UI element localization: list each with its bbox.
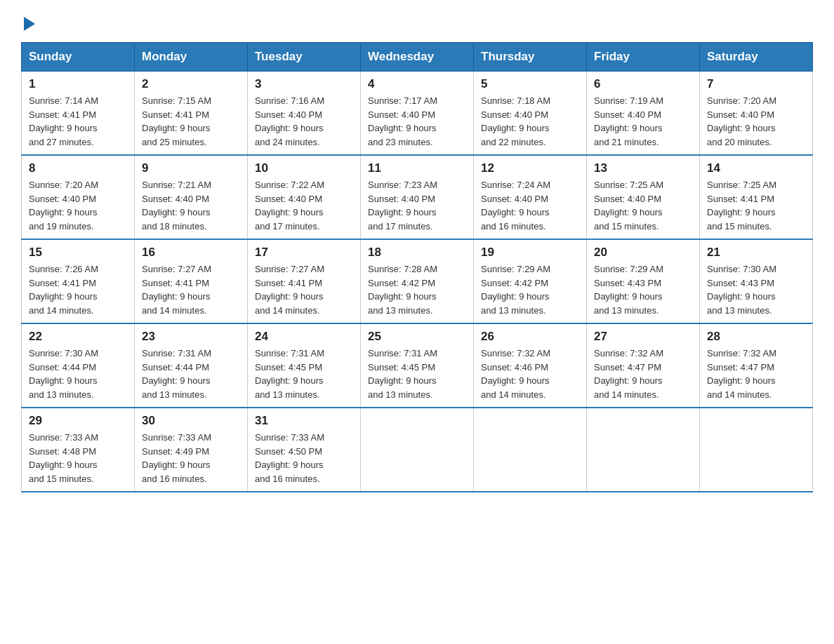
- day-info: Sunrise: 7:32 AM Sunset: 4:47 PM Dayligh…: [707, 347, 805, 401]
- calendar-cell: 25 Sunrise: 7:31 AM Sunset: 4:45 PM Dayl…: [361, 323, 474, 408]
- day-number: 28: [707, 330, 805, 344]
- day-info: Sunrise: 7:26 AM Sunset: 4:41 PM Dayligh…: [29, 262, 127, 317]
- day-number: 21: [707, 246, 805, 260]
- day-info: Sunrise: 7:19 AM Sunset: 4:40 PM Dayligh…: [594, 94, 692, 149]
- calendar-cell: 12 Sunrise: 7:24 AM Sunset: 4:40 PM Dayl…: [474, 155, 587, 239]
- calendar-cell: 15 Sunrise: 7:26 AM Sunset: 4:41 PM Dayl…: [22, 239, 135, 323]
- day-info: Sunrise: 7:25 AM Sunset: 4:41 PM Dayligh…: [707, 178, 805, 233]
- day-info: Sunrise: 7:31 AM Sunset: 4:45 PM Dayligh…: [368, 347, 466, 401]
- calendar-header-tuesday: Tuesday: [248, 43, 361, 72]
- calendar-cell: 22 Sunrise: 7:30 AM Sunset: 4:44 PM Dayl…: [22, 323, 135, 408]
- day-info: Sunrise: 7:31 AM Sunset: 4:45 PM Dayligh…: [255, 347, 353, 401]
- logo: [21, 14, 35, 28]
- calendar-week-row: 22 Sunrise: 7:30 AM Sunset: 4:44 PM Dayl…: [22, 323, 813, 408]
- day-number: 14: [707, 161, 805, 175]
- day-number: 12: [481, 161, 579, 175]
- day-info: Sunrise: 7:25 AM Sunset: 4:40 PM Dayligh…: [594, 178, 692, 233]
- calendar-cell: 18 Sunrise: 7:28 AM Sunset: 4:42 PM Dayl…: [361, 239, 474, 323]
- day-number: 9: [142, 161, 240, 175]
- calendar-cell: [361, 408, 474, 492]
- calendar-cell: 28 Sunrise: 7:32 AM Sunset: 4:47 PM Dayl…: [700, 323, 813, 408]
- day-info: Sunrise: 7:15 AM Sunset: 4:41 PM Dayligh…: [142, 94, 240, 149]
- day-number: 6: [594, 77, 692, 91]
- day-number: 23: [142, 330, 240, 344]
- calendar-cell: 2 Sunrise: 7:15 AM Sunset: 4:41 PM Dayli…: [135, 72, 248, 156]
- day-number: 31: [255, 414, 353, 428]
- calendar-cell: 19 Sunrise: 7:29 AM Sunset: 4:42 PM Dayl…: [474, 239, 587, 323]
- day-number: 16: [142, 246, 240, 260]
- calendar-cell: 10 Sunrise: 7:22 AM Sunset: 4:40 PM Dayl…: [248, 155, 361, 239]
- day-info: Sunrise: 7:28 AM Sunset: 4:42 PM Dayligh…: [368, 262, 466, 317]
- day-number: 24: [255, 330, 353, 344]
- calendar-cell: 8 Sunrise: 7:20 AM Sunset: 4:40 PM Dayli…: [22, 155, 135, 239]
- calendar-header-monday: Monday: [135, 43, 248, 72]
- calendar-cell: [474, 408, 587, 492]
- calendar-cell: 21 Sunrise: 7:30 AM Sunset: 4:43 PM Dayl…: [700, 239, 813, 323]
- calendar-cell: 17 Sunrise: 7:27 AM Sunset: 4:41 PM Dayl…: [248, 239, 361, 323]
- day-info: Sunrise: 7:33 AM Sunset: 4:50 PM Dayligh…: [255, 431, 353, 485]
- calendar-cell: 26 Sunrise: 7:32 AM Sunset: 4:46 PM Dayl…: [474, 323, 587, 408]
- calendar-cell: 23 Sunrise: 7:31 AM Sunset: 4:44 PM Dayl…: [135, 323, 248, 408]
- calendar-cell: 3 Sunrise: 7:16 AM Sunset: 4:40 PM Dayli…: [248, 72, 361, 156]
- calendar-cell: 1 Sunrise: 7:14 AM Sunset: 4:41 PM Dayli…: [22, 72, 135, 156]
- day-number: 29: [29, 414, 127, 428]
- day-number: 27: [594, 330, 692, 344]
- day-number: 3: [255, 77, 353, 91]
- day-number: 30: [142, 414, 240, 428]
- day-number: 5: [481, 77, 579, 91]
- calendar-cell: 30 Sunrise: 7:33 AM Sunset: 4:49 PM Dayl…: [135, 408, 248, 492]
- calendar-cell: 24 Sunrise: 7:31 AM Sunset: 4:45 PM Dayl…: [248, 323, 361, 408]
- day-info: Sunrise: 7:17 AM Sunset: 4:40 PM Dayligh…: [368, 94, 466, 149]
- day-info: Sunrise: 7:16 AM Sunset: 4:40 PM Dayligh…: [255, 94, 353, 149]
- day-info: Sunrise: 7:29 AM Sunset: 4:43 PM Dayligh…: [594, 262, 692, 317]
- page-header: [21, 14, 813, 28]
- day-info: Sunrise: 7:22 AM Sunset: 4:40 PM Dayligh…: [255, 178, 353, 233]
- day-number: 2: [142, 77, 240, 91]
- calendar-header-sunday: Sunday: [22, 43, 135, 72]
- calendar-cell: 7 Sunrise: 7:20 AM Sunset: 4:40 PM Dayli…: [700, 72, 813, 156]
- day-number: 22: [29, 330, 127, 344]
- calendar-header-thursday: Thursday: [474, 43, 587, 72]
- day-info: Sunrise: 7:29 AM Sunset: 4:42 PM Dayligh…: [481, 262, 579, 317]
- day-info: Sunrise: 7:27 AM Sunset: 4:41 PM Dayligh…: [142, 262, 240, 317]
- calendar-week-row: 29 Sunrise: 7:33 AM Sunset: 4:48 PM Dayl…: [22, 408, 813, 492]
- calendar-week-row: 1 Sunrise: 7:14 AM Sunset: 4:41 PM Dayli…: [22, 72, 813, 156]
- calendar-cell: [587, 408, 700, 492]
- day-number: 4: [368, 77, 466, 91]
- day-info: Sunrise: 7:23 AM Sunset: 4:40 PM Dayligh…: [368, 178, 466, 233]
- calendar-cell: 31 Sunrise: 7:33 AM Sunset: 4:50 PM Dayl…: [248, 408, 361, 492]
- day-info: Sunrise: 7:18 AM Sunset: 4:40 PM Dayligh…: [481, 94, 579, 149]
- day-info: Sunrise: 7:30 AM Sunset: 4:44 PM Dayligh…: [29, 347, 127, 401]
- calendar-cell: [700, 408, 813, 492]
- calendar-cell: 27 Sunrise: 7:32 AM Sunset: 4:47 PM Dayl…: [587, 323, 700, 408]
- calendar-cell: 4 Sunrise: 7:17 AM Sunset: 4:40 PM Dayli…: [361, 72, 474, 156]
- calendar-cell: 20 Sunrise: 7:29 AM Sunset: 4:43 PM Dayl…: [587, 239, 700, 323]
- day-info: Sunrise: 7:33 AM Sunset: 4:48 PM Dayligh…: [29, 431, 127, 485]
- day-number: 17: [255, 246, 353, 260]
- calendar-cell: 6 Sunrise: 7:19 AM Sunset: 4:40 PM Dayli…: [587, 72, 700, 156]
- calendar-cell: 9 Sunrise: 7:21 AM Sunset: 4:40 PM Dayli…: [135, 155, 248, 239]
- day-number: 18: [368, 246, 466, 260]
- day-info: Sunrise: 7:31 AM Sunset: 4:44 PM Dayligh…: [142, 347, 240, 401]
- calendar-table: SundayMondayTuesdayWednesdayThursdayFrid…: [21, 42, 813, 492]
- day-info: Sunrise: 7:24 AM Sunset: 4:40 PM Dayligh…: [481, 178, 579, 233]
- day-info: Sunrise: 7:32 AM Sunset: 4:46 PM Dayligh…: [481, 347, 579, 401]
- day-number: 26: [481, 330, 579, 344]
- day-number: 25: [368, 330, 466, 344]
- day-number: 8: [29, 161, 127, 175]
- calendar-week-row: 8 Sunrise: 7:20 AM Sunset: 4:40 PM Dayli…: [22, 155, 813, 239]
- day-info: Sunrise: 7:20 AM Sunset: 4:40 PM Dayligh…: [29, 178, 127, 233]
- calendar-header-friday: Friday: [587, 43, 700, 72]
- logo-arrow-icon: [24, 17, 35, 31]
- day-info: Sunrise: 7:14 AM Sunset: 4:41 PM Dayligh…: [29, 94, 127, 149]
- day-info: Sunrise: 7:30 AM Sunset: 4:43 PM Dayligh…: [707, 262, 805, 317]
- calendar-cell: 5 Sunrise: 7:18 AM Sunset: 4:40 PM Dayli…: [474, 72, 587, 156]
- calendar-header-saturday: Saturday: [700, 43, 813, 72]
- day-number: 13: [594, 161, 692, 175]
- calendar-week-row: 15 Sunrise: 7:26 AM Sunset: 4:41 PM Dayl…: [22, 239, 813, 323]
- calendar-cell: 14 Sunrise: 7:25 AM Sunset: 4:41 PM Dayl…: [700, 155, 813, 239]
- calendar-header-row: SundayMondayTuesdayWednesdayThursdayFrid…: [22, 43, 813, 72]
- day-number: 20: [594, 246, 692, 260]
- calendar-cell: 29 Sunrise: 7:33 AM Sunset: 4:48 PM Dayl…: [22, 408, 135, 492]
- calendar-cell: 13 Sunrise: 7:25 AM Sunset: 4:40 PM Dayl…: [587, 155, 700, 239]
